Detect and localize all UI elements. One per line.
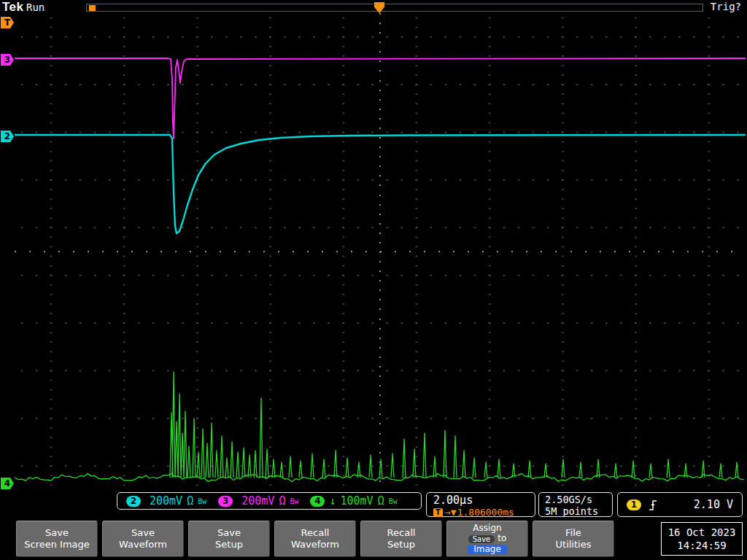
- channel-4-readout[interactable]: 4 ↓100mV ΩBw: [310, 494, 397, 508]
- rising-edge-icon: [649, 499, 657, 510]
- assign-target-image: Image: [468, 545, 507, 554]
- trigger-source-badge: 1: [627, 499, 641, 510]
- save-waveform-button[interactable]: Save Waveform: [102, 521, 184, 557]
- channel-2-position-marker[interactable]: 2: [1, 131, 14, 142]
- channel-4-badge: 4: [310, 496, 325, 507]
- channel-readouts[interactable]: 2 200mV ΩBw 3 200mV ΩBw 4 ↓100mV ΩBw: [117, 492, 422, 510]
- trace-ch4: [15, 372, 744, 481]
- trigger-readout[interactable]: 1 2.10 V: [617, 492, 743, 517]
- channel-2-readout[interactable]: 2 200mV ΩBw: [126, 494, 206, 508]
- file-utilities-button[interactable]: File Utilities: [533, 521, 614, 557]
- waveform-display: [15, 13, 746, 490]
- time-label: 14:24:59: [677, 539, 726, 552]
- channel-3-coupling: Ω: [279, 494, 285, 508]
- channel-3-readout[interactable]: 3 200mV ΩBw: [218, 494, 298, 508]
- date-label: 16 Oct 2023: [668, 526, 736, 539]
- recall-setup-button[interactable]: Recall Setup: [360, 521, 442, 557]
- channel-3-position-marker[interactable]: 3: [1, 54, 14, 66]
- channel-2-coupling: Ω: [187, 494, 193, 508]
- channel-2-badge: 2: [126, 496, 141, 507]
- channel-4-offset-arrow: ↓: [329, 494, 336, 508]
- readout-bar: 2 200mV ΩBw 3 200mV ΩBw 4 ↓100mV ΩBw 2.0…: [0, 491, 747, 518]
- trace-ch3: [15, 58, 746, 139]
- trace-ch2: [15, 135, 746, 233]
- record-view-bar[interactable]: [86, 4, 703, 12]
- channel-2-scale: 200mV: [150, 494, 182, 508]
- save-key-badge: Save: [468, 535, 495, 543]
- trigger-level-value: 2.10 V: [694, 498, 733, 511]
- acquisition-state: Run: [26, 1, 44, 13]
- date-time-box: 16 Oct 2023 14:24:59: [661, 522, 743, 556]
- channel-3-badge: 3: [218, 496, 233, 507]
- bottom-menu: Save Screen Image Save Waveform Save Set…: [16, 521, 614, 557]
- channel-4-scale: 100mV: [341, 494, 374, 508]
- channel-4-coupling: Ω: [378, 494, 384, 508]
- trigger-level-marker[interactable]: T: [1, 17, 14, 28]
- assign-save-to-button[interactable]: Assign Save to Image: [446, 521, 528, 557]
- sample-rate: 2.50GS/s: [545, 494, 606, 505]
- recall-waveform-button[interactable]: Recall Waveform: [274, 521, 356, 557]
- acquisition-readout[interactable]: 2.50GS/s 5M points: [538, 492, 613, 517]
- channel-2-bw-limit: Bw: [198, 497, 206, 505]
- channel-4-position-marker[interactable]: 4: [1, 478, 14, 489]
- record-length: 5M points: [545, 505, 606, 517]
- channel-4-bw-limit: Bw: [389, 497, 398, 505]
- record-start-marker: [89, 5, 96, 11]
- channel-3-scale: 200mV: [241, 494, 274, 508]
- horizontal-readout[interactable]: 2.00µs T →▼ 1.806000ms: [426, 492, 535, 517]
- tek-logo: Tek: [2, 0, 24, 15]
- delay-arrow-icon: →▼: [445, 507, 457, 518]
- channel-3-bw-limit: Bw: [290, 497, 298, 505]
- save-setup-button[interactable]: Save Setup: [188, 521, 270, 557]
- save-screen-image-button[interactable]: Save Screen Image: [16, 521, 98, 557]
- trigger-delay-value: 1.806000ms: [457, 507, 514, 518]
- trigger-t-icon: T: [433, 508, 443, 517]
- graticule: [15, 13, 746, 490]
- trigger-status: Trig?: [711, 1, 741, 12]
- timebase-scale: 2.00µs: [433, 494, 528, 507]
